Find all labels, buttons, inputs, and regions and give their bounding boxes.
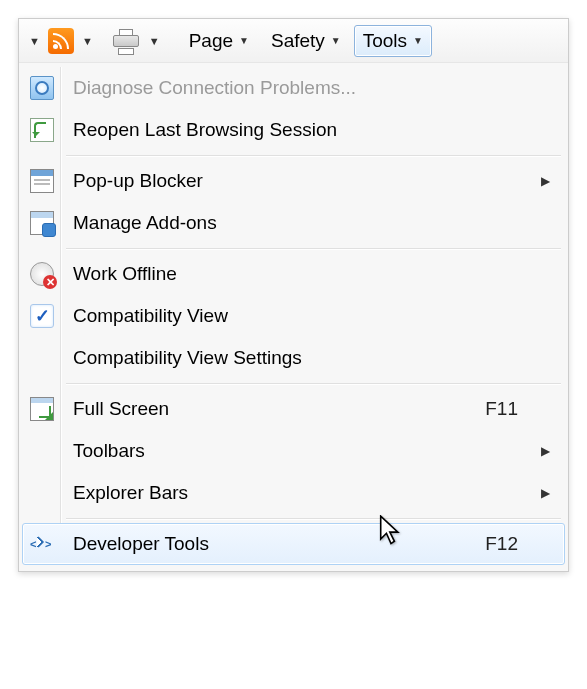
chevron-down-icon: ▼ xyxy=(331,35,341,46)
menu-label: Work Offline xyxy=(61,263,564,285)
submenu-arrow-icon: ▶ xyxy=(541,486,550,500)
tools-label: Tools xyxy=(363,30,407,52)
menu-item-toolbars[interactable]: Toolbars ▶ xyxy=(22,430,565,472)
menu-item-compatibility-settings[interactable]: Compatibility View Settings xyxy=(22,337,565,379)
submenu-arrow-icon: ▶ xyxy=(541,174,550,188)
menu-label: Explorer Bars xyxy=(61,482,564,504)
svg-text:>: > xyxy=(45,538,51,550)
menu-label: Full Screen xyxy=(61,398,485,420)
tools-menu-window: ▼ ▼ ▼ Page ▼ Safety ▼ Tools ▼ Diagnose C… xyxy=(18,18,569,572)
shortcut-text: F11 xyxy=(485,398,564,420)
popup-icon xyxy=(30,169,54,193)
menu-label: Compatibility View xyxy=(61,305,564,327)
print-icon[interactable] xyxy=(113,29,141,53)
print-dropdown[interactable]: ▼ xyxy=(145,35,164,47)
rss-icon[interactable] xyxy=(48,28,74,54)
safety-label: Safety xyxy=(271,30,325,52)
globe-icon xyxy=(30,76,54,100)
page-button[interactable]: Page ▼ xyxy=(180,25,258,57)
rss-dropdown[interactable]: ▼ xyxy=(78,35,97,47)
check-icon: ✓ xyxy=(30,304,54,328)
safety-button[interactable]: Safety ▼ xyxy=(262,25,350,57)
menu-label: Diagnose Connection Problems... xyxy=(61,77,564,99)
chevron-down-icon: ▼ xyxy=(413,35,423,46)
menu-label: Manage Add-ons xyxy=(61,212,564,234)
menu-label: Developer Tools xyxy=(61,533,485,555)
shortcut-text: F12 xyxy=(485,533,564,555)
menu-label: Toolbars xyxy=(61,440,564,462)
menu-item-reopen[interactable]: Reopen Last Browsing Session xyxy=(22,109,565,151)
menu-separator xyxy=(66,155,561,156)
menu-label: Pop-up Blocker xyxy=(61,170,564,192)
menu-item-diagnose: Diagnose Connection Problems... xyxy=(22,67,565,109)
menu-item-popup-blocker[interactable]: Pop-up Blocker ▶ xyxy=(22,160,565,202)
menu-separator xyxy=(66,248,561,249)
menu-item-explorer-bars[interactable]: Explorer Bars ▶ xyxy=(22,472,565,514)
menu-item-work-offline[interactable]: Work Offline xyxy=(22,253,565,295)
menu-label: Reopen Last Browsing Session xyxy=(61,119,564,141)
menu-item-compatibility-view[interactable]: ✓ Compatibility View xyxy=(22,295,565,337)
page-label: Page xyxy=(189,30,233,52)
tools-button[interactable]: Tools ▼ xyxy=(354,25,432,57)
menu-item-developer-tools[interactable]: < > Developer Tools F12 xyxy=(22,523,565,565)
chevron-down-icon: ▼ xyxy=(239,35,249,46)
addons-icon xyxy=(30,211,54,235)
submenu-arrow-icon: ▶ xyxy=(541,444,550,458)
devtools-icon: < > xyxy=(30,532,54,556)
tools-dropdown-menu: Diagnose Connection Problems... Reopen L… xyxy=(19,63,568,571)
reopen-icon xyxy=(30,118,54,142)
command-bar: ▼ ▼ ▼ Page ▼ Safety ▼ Tools ▼ xyxy=(19,19,568,63)
home-dropdown[interactable]: ▼ xyxy=(25,35,44,47)
menu-item-manage-addons[interactable]: Manage Add-ons xyxy=(22,202,565,244)
menu-item-full-screen[interactable]: Full Screen F11 xyxy=(22,388,565,430)
menu-label: Compatibility View Settings xyxy=(61,347,564,369)
menu-separator xyxy=(66,518,561,519)
fullscreen-icon xyxy=(30,397,54,421)
svg-text:<: < xyxy=(30,538,36,550)
offline-icon xyxy=(30,262,54,286)
menu-separator xyxy=(66,383,561,384)
